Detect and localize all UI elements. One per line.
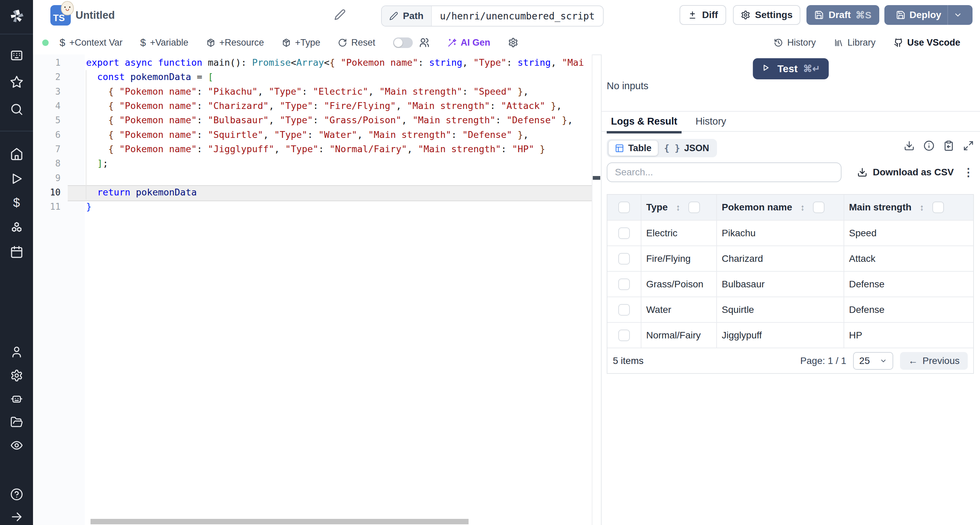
page-size-select[interactable]: 25 bbox=[853, 352, 893, 370]
editor-horizontal-scrollbar[interactable] bbox=[91, 519, 469, 524]
chevron-down-icon bbox=[880, 357, 887, 365]
diff-button[interactable]: Diff bbox=[679, 5, 726, 25]
column-header: Main strength↕ bbox=[844, 195, 973, 220]
code-line[interactable]: } bbox=[86, 199, 592, 214]
code-line[interactable]: return pokemonData bbox=[86, 185, 592, 199]
sidebar-item-runs[interactable] bbox=[0, 172, 33, 185]
path-field[interactable]: Path u/henri/unencumbered_script bbox=[381, 5, 604, 27]
collab-toggle[interactable] bbox=[393, 37, 413, 48]
copy-to-clipboard-icon[interactable] bbox=[943, 140, 954, 151]
code-line[interactable]: export async function main(): Promise<Ar… bbox=[86, 56, 592, 70]
sidebar-item-folders[interactable] bbox=[0, 415, 33, 429]
page-title: Untitled bbox=[76, 9, 115, 21]
draft-button[interactable]: Draft ⌘S bbox=[807, 5, 879, 25]
code-line[interactable]: { "Pokemon name": "Charizard", "Type": "… bbox=[86, 99, 592, 113]
ai-gen-button[interactable]: AI Gen bbox=[447, 37, 490, 48]
table-cell: Pikachu bbox=[717, 221, 844, 246]
code-lines: export async function main(): Promise<Ar… bbox=[86, 56, 592, 214]
sidebar-item-audit-logs[interactable] bbox=[0, 439, 33, 452]
edit-title-pencil-icon[interactable] bbox=[334, 9, 346, 21]
tab-logs-result[interactable]: Logs & Result bbox=[607, 112, 682, 131]
column-checkbox[interactable] bbox=[813, 201, 824, 213]
reset-button[interactable]: Reset bbox=[338, 37, 375, 48]
add-resource-button[interactable]: +Resource bbox=[206, 37, 264, 48]
path-value[interactable]: u/henri/unencumbered_script bbox=[432, 6, 603, 26]
sort-icon[interactable]: ↕ bbox=[800, 202, 805, 213]
row-checkbox[interactable] bbox=[618, 279, 630, 290]
code-line[interactable]: { "Pokemon name": "Pikachu", "Type": "El… bbox=[86, 85, 592, 99]
sidebar-item-workers[interactable] bbox=[0, 391, 33, 405]
test-button[interactable]: Test ⌘↵ bbox=[753, 58, 829, 79]
line-number: 7 bbox=[33, 142, 69, 156]
row-select-cell bbox=[608, 323, 641, 348]
line-number: 9 bbox=[33, 171, 69, 185]
table-row[interactable]: WaterSquirtleDefense bbox=[608, 297, 973, 322]
column-label: Main strength bbox=[849, 202, 912, 213]
sidebar-item-variables[interactable]: $ bbox=[0, 196, 33, 210]
row-checkbox[interactable] bbox=[618, 227, 630, 239]
tab-history[interactable]: History bbox=[692, 112, 730, 131]
line-number: 11 bbox=[33, 199, 69, 214]
sort-icon[interactable]: ↕ bbox=[920, 202, 924, 213]
sidebar: $ bbox=[0, 0, 33, 525]
sidebar-item-apps[interactable] bbox=[0, 48, 33, 62]
code-line[interactable] bbox=[86, 171, 592, 185]
row-checkbox[interactable] bbox=[618, 253, 630, 265]
sidebar-expand-button[interactable] bbox=[0, 510, 33, 523]
table-icon bbox=[615, 144, 624, 153]
editor-settings-gear-icon[interactable] bbox=[508, 37, 518, 48]
code-line[interactable]: { "Pokemon name": "Bulbasaur", "Type": "… bbox=[86, 113, 592, 127]
code-line[interactable]: ]; bbox=[86, 156, 592, 171]
code-editor[interactable]: 1234567891011 export async function main… bbox=[33, 54, 592, 525]
table-footer: 5 items Page: 1 / 1 25 ← Previous bbox=[608, 348, 973, 373]
table-row[interactable]: ElectricPikachuSpeed bbox=[608, 220, 973, 246]
table-header-select-cell bbox=[608, 195, 641, 220]
code-line[interactable]: { "Pokemon name": "Jigglypuff", "Type": … bbox=[86, 142, 592, 156]
table-cell: HP bbox=[844, 323, 973, 348]
sidebar-item-resources[interactable] bbox=[0, 221, 33, 234]
sidebar-item-home[interactable] bbox=[0, 147, 33, 161]
settings-button[interactable]: Settings bbox=[733, 5, 800, 25]
table-row[interactable]: Normal/FairyJigglypuffHP bbox=[608, 322, 973, 348]
deploy-button[interactable]: Deploy bbox=[885, 5, 972, 25]
sidebar-item-help[interactable] bbox=[0, 488, 33, 501]
search-input[interactable] bbox=[607, 163, 842, 182]
table-body: ElectricPikachuSpeedFire/FlyingCharizard… bbox=[608, 220, 973, 348]
add-type-button[interactable]: +Type bbox=[282, 37, 320, 48]
previous-page-button[interactable]: ← Previous bbox=[900, 352, 968, 370]
history-button[interactable]: History bbox=[774, 37, 816, 48]
sidebar-item-schedules[interactable] bbox=[0, 245, 33, 259]
use-vscode-button[interactable]: Use VScode bbox=[894, 37, 960, 48]
sidebar-item-favorites[interactable] bbox=[0, 75, 33, 89]
code-line[interactable]: const pokemonData = [ bbox=[86, 70, 592, 84]
kebab-menu-icon[interactable]: ⋮ bbox=[963, 166, 974, 179]
column-checkbox[interactable] bbox=[932, 201, 944, 213]
windmill-logo-icon[interactable] bbox=[0, 8, 33, 24]
row-checkbox[interactable] bbox=[618, 330, 630, 341]
sidebar-item-settings[interactable] bbox=[0, 369, 33, 382]
view-json-button[interactable]: { } JSON bbox=[658, 140, 716, 156]
library-button[interactable]: Library bbox=[834, 37, 875, 48]
table-cell: Normal/Fairy bbox=[641, 323, 717, 348]
download-icon[interactable] bbox=[904, 140, 915, 151]
select-all-checkbox[interactable] bbox=[618, 201, 630, 213]
play-icon bbox=[762, 64, 772, 74]
add-context-var-button[interactable]: $+Context Var bbox=[60, 37, 123, 48]
column-checkbox[interactable] bbox=[688, 201, 700, 213]
sidebar-item-search[interactable] bbox=[0, 102, 33, 116]
table-cell: Jigglypuff bbox=[717, 323, 844, 348]
table-row[interactable]: Grass/PoisonBulbasaurDefense bbox=[608, 271, 973, 297]
path-label[interactable]: Path bbox=[382, 6, 432, 26]
view-table-button[interactable]: Table bbox=[608, 140, 658, 156]
arrow-left-icon: ← bbox=[908, 356, 918, 366]
table-row[interactable]: Fire/FlyingCharizardAttack bbox=[608, 246, 973, 271]
download-csv-button[interactable]: Download as CSV bbox=[857, 167, 954, 178]
sidebar-item-users[interactable] bbox=[0, 345, 33, 359]
expand-icon[interactable] bbox=[963, 140, 974, 151]
sort-icon[interactable]: ↕ bbox=[676, 202, 680, 213]
code-line[interactable]: { "Pokemon name": "Squirtle", "Type": "W… bbox=[86, 128, 592, 142]
row-checkbox[interactable] bbox=[618, 304, 630, 316]
info-icon[interactable] bbox=[924, 140, 934, 151]
add-variable-button[interactable]: $+Variable bbox=[140, 37, 189, 48]
deploy-chevron-down-icon[interactable] bbox=[947, 5, 968, 25]
